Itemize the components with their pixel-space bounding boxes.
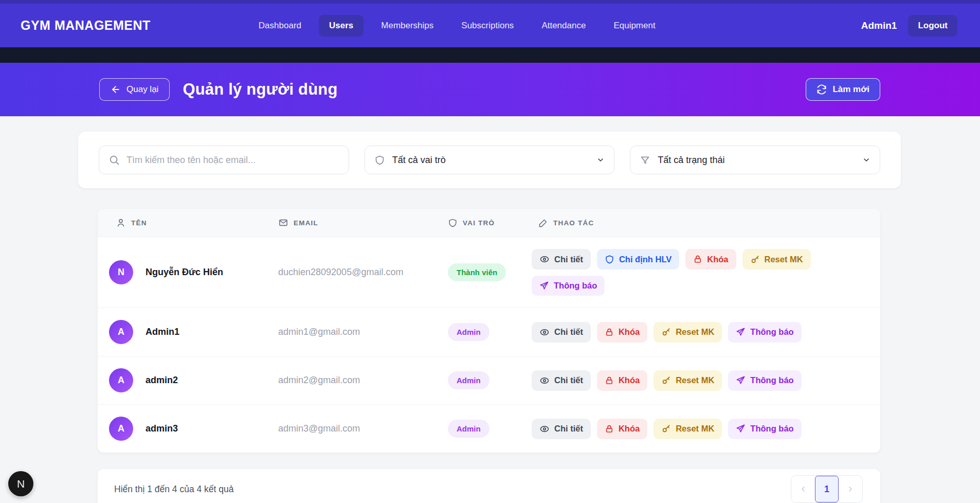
user-role-cell: Admin bbox=[430, 420, 520, 438]
notify-action-button[interactable]: Thông báo bbox=[728, 370, 801, 391]
column-header-label: THAO TÁC bbox=[553, 219, 594, 227]
notify-action-button[interactable]: Thông báo bbox=[728, 322, 801, 343]
nav-links: DashboardUsersMembershipsSubscriptionsAt… bbox=[248, 15, 861, 37]
key-icon bbox=[750, 255, 760, 264]
user-email: admin2@gmail.com bbox=[260, 375, 430, 386]
eye-icon bbox=[539, 327, 550, 337]
next-page-button[interactable] bbox=[839, 476, 862, 502]
refresh-button[interactable]: Làm mới bbox=[806, 78, 880, 101]
action-button-label: Thông báo bbox=[750, 327, 793, 337]
pagination-controls: 1 bbox=[791, 475, 863, 503]
lock-action-button[interactable]: Khóa bbox=[597, 419, 647, 439]
pagination-card: Hiển thị 1 đến 4 của 4 kết quả 1 bbox=[98, 469, 880, 503]
user-name: Nguyễn Đức Hiển bbox=[146, 267, 223, 278]
row-actions: Chi tiếtChỉ định HLVKhóaReset MKThông bá… bbox=[520, 249, 880, 296]
lock-icon bbox=[605, 424, 614, 434]
lock-action-button[interactable]: Khóa bbox=[685, 249, 736, 270]
nav-item-users[interactable]: Users bbox=[319, 15, 364, 37]
action-button-label: Chi tiết bbox=[554, 255, 583, 264]
shield-icon bbox=[605, 255, 614, 264]
nav-item-dashboard[interactable]: Dashboard bbox=[248, 15, 312, 37]
user-email: admin1@gmail.com bbox=[260, 327, 430, 337]
reset-action-button[interactable]: Reset MK bbox=[654, 322, 722, 343]
reset-action-button[interactable]: Reset MK bbox=[654, 370, 722, 391]
action-button-label: Khóa bbox=[619, 375, 640, 385]
user-email: admin3@gmail.com bbox=[260, 423, 430, 434]
key-icon bbox=[661, 375, 671, 385]
nav-item-subscriptions[interactable]: Subscriptions bbox=[451, 15, 524, 37]
nav-item-memberships[interactable]: Memberships bbox=[371, 15, 444, 37]
action-button-label: Thông báo bbox=[554, 281, 597, 291]
table-row: NNguyễn Đức Hiểnduchien28092005@gmail.co… bbox=[98, 237, 880, 308]
nav-item-equipment[interactable]: Equipment bbox=[603, 15, 665, 37]
page-title: Quản lý người dùng bbox=[183, 80, 806, 99]
row-actions: Chi tiếtKhóaReset MKThông báo bbox=[520, 322, 880, 343]
eye-icon bbox=[539, 375, 550, 386]
reset-action-button[interactable]: Reset MK bbox=[742, 249, 811, 270]
send-icon bbox=[736, 327, 746, 337]
results-summary: Hiển thị 1 đến 4 của 4 kết quả bbox=[114, 484, 234, 495]
back-button-label: Quay lại bbox=[126, 84, 158, 95]
row-actions: Chi tiếtKhóaReset MKThông báo bbox=[520, 419, 880, 439]
action-button-label: Khóa bbox=[619, 424, 640, 434]
notify-action-button[interactable]: Thông báo bbox=[532, 276, 605, 296]
user-role-cell: Thành viên bbox=[430, 263, 520, 281]
detail-action-button[interactable]: Chi tiết bbox=[532, 322, 591, 343]
key-icon bbox=[661, 327, 671, 337]
assign-action-button[interactable]: Chỉ định HLV bbox=[597, 249, 679, 270]
column-header: THAO TÁC bbox=[520, 218, 880, 228]
action-button-label: Khóa bbox=[707, 255, 728, 264]
filters-card: Tất cả vai trò Tất cả trạng thái bbox=[78, 132, 901, 188]
user-icon bbox=[116, 218, 126, 228]
reset-action-button[interactable]: Reset MK bbox=[654, 419, 722, 439]
role-filter-select[interactable]: Tất cả vai trò bbox=[365, 146, 615, 174]
status-filter-value: Tất cả trạng thái bbox=[658, 155, 862, 166]
user-name: admin3 bbox=[146, 423, 178, 434]
notify-action-button[interactable]: Thông báo bbox=[728, 419, 801, 439]
column-header: EMAIL bbox=[260, 218, 430, 228]
eye-icon bbox=[539, 254, 550, 264]
detail-action-button[interactable]: Chi tiết bbox=[532, 249, 591, 270]
user-name: Admin1 bbox=[146, 327, 179, 337]
logout-button[interactable]: Logout bbox=[908, 15, 957, 37]
role-badge: Admin bbox=[448, 371, 489, 389]
key-icon bbox=[661, 424, 671, 434]
avatar: A bbox=[109, 320, 133, 344]
action-button-label: Chi tiết bbox=[554, 375, 583, 385]
role-filter-value: Tất cả vai trò bbox=[392, 155, 597, 166]
refresh-button-label: Làm mới bbox=[832, 84, 869, 95]
avatar: A bbox=[109, 368, 133, 392]
lock-icon bbox=[605, 376, 614, 385]
table-row: Aadmin3admin3@gmail.comAdminChi tiếtKhóa… bbox=[98, 405, 880, 453]
column-header-label: EMAIL bbox=[294, 219, 318, 227]
users-table: TÊNEMAILVAI TRÒTHAO TÁC NNguyễn Đức Hiển… bbox=[98, 209, 880, 453]
top-navbar: GYM MANAGEMENT DashboardUsersMemberships… bbox=[0, 0, 980, 47]
action-button-label: Reset MK bbox=[676, 375, 714, 385]
lock-action-button[interactable]: Khóa bbox=[597, 370, 647, 391]
chevron-right-icon bbox=[846, 485, 855, 493]
avatar: A bbox=[109, 417, 133, 441]
devtools-badge[interactable]: N bbox=[8, 471, 33, 496]
back-button[interactable]: Quay lại bbox=[99, 78, 170, 101]
status-filter-select[interactable]: Tất cả trạng thái bbox=[630, 146, 880, 174]
column-header: TÊN bbox=[98, 218, 260, 228]
pencil-icon bbox=[538, 218, 548, 228]
column-header: VAI TRÒ bbox=[430, 218, 520, 228]
current-page-button[interactable]: 1 bbox=[815, 476, 839, 502]
nav-item-attendance[interactable]: Attendance bbox=[531, 15, 596, 37]
search-box bbox=[99, 146, 349, 174]
user-name: admin2 bbox=[146, 375, 178, 386]
dark-divider-strip bbox=[0, 47, 980, 63]
brand-logo: GYM MANAGEMENT bbox=[21, 18, 151, 33]
search-input[interactable] bbox=[126, 155, 339, 166]
current-username: Admin1 bbox=[861, 20, 897, 31]
user-name-cell: Aadmin2 bbox=[98, 368, 260, 392]
table-header-row: TÊNEMAILVAI TRÒTHAO TÁC bbox=[98, 209, 880, 237]
lock-action-button[interactable]: Khóa bbox=[597, 322, 647, 343]
detail-action-button[interactable]: Chi tiết bbox=[532, 419, 591, 439]
detail-action-button[interactable]: Chi tiết bbox=[532, 370, 591, 391]
action-button-label: Khóa bbox=[619, 327, 640, 337]
user-name-cell: NNguyễn Đức Hiển bbox=[98, 260, 260, 284]
table-row: Aadmin2admin2@gmail.comAdminChi tiếtKhóa… bbox=[98, 356, 880, 405]
prev-page-button[interactable] bbox=[791, 476, 815, 502]
